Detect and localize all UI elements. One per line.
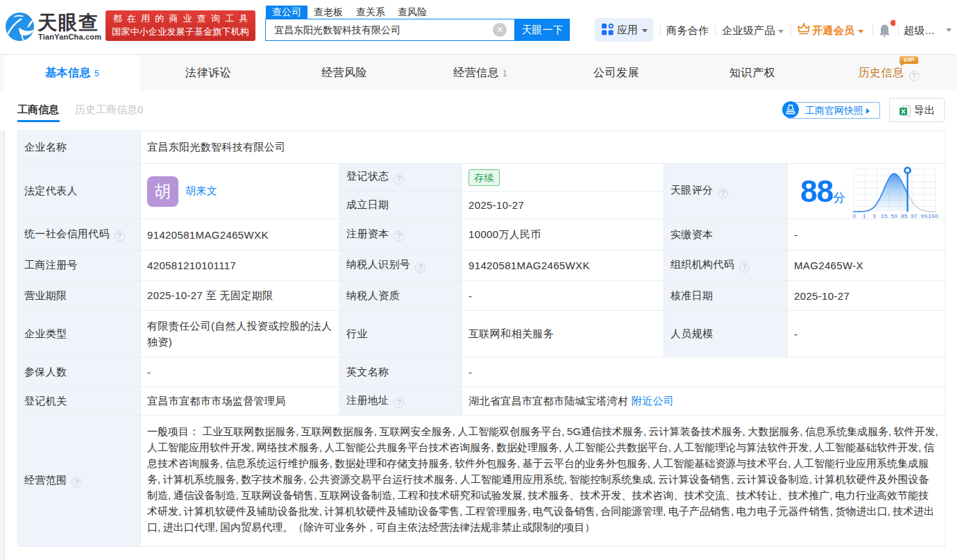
svg-text:85: 85 <box>901 213 908 219</box>
svg-text:1: 1 <box>863 213 866 219</box>
svg-text:15: 15 <box>881 213 888 219</box>
svg-text:50: 50 <box>891 213 898 219</box>
svg-text:100: 100 <box>928 213 938 219</box>
svg-text:3: 3 <box>872 213 876 219</box>
svg-text:97: 97 <box>911 213 918 219</box>
svg-text:99: 99 <box>921 213 928 219</box>
svg-text:0: 0 <box>853 213 856 219</box>
